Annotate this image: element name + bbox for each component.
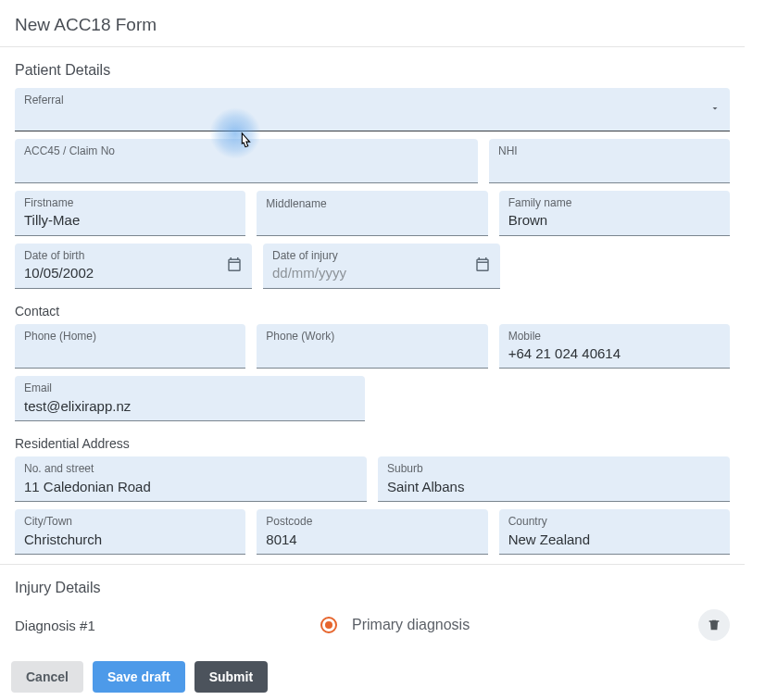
middlename-field[interactable]: Middlename (257, 191, 487, 236)
submit-button[interactable]: Submit (194, 661, 268, 693)
cancel-button[interactable]: Cancel (11, 661, 83, 693)
familyname-value: Brown (508, 211, 721, 230)
doi-placeholder: dd/mm/yyyy (272, 264, 491, 282)
section-contact: Contact (15, 296, 730, 324)
firstname-value: Tilly-Mae (24, 211, 236, 230)
referral-value (24, 108, 721, 125)
doi-label: Date of injury (272, 249, 491, 262)
familyname-field[interactable]: Family name Brown (499, 191, 730, 236)
country-field[interactable]: Country New Zealand (499, 509, 730, 555)
section-injury-details: Injury Details (15, 565, 730, 606)
section-patient-details: Patient Details (15, 47, 730, 88)
suburb-value: Saint Albans (387, 478, 721, 496)
section-residential-address: Residential Address (15, 429, 730, 456)
phone-home-label: Phone (Home) (24, 330, 236, 343)
phone-work-label: Phone (Work) (266, 330, 478, 343)
postcode-label: Postcode (266, 515, 478, 528)
city-value: Christchurch (24, 531, 236, 549)
calendar-icon (474, 256, 491, 275)
footer-actions: Cancel Save draft Submit (0, 654, 745, 700)
country-value: New Zealand (508, 531, 721, 549)
email-value: test@elixirapp.nz (24, 397, 356, 416)
country-label: Country (508, 515, 721, 528)
email-label: Email (24, 381, 356, 394)
firstname-label: Firstname (24, 196, 236, 209)
acc45-label: ACC45 / Claim No (24, 144, 469, 157)
street-field[interactable]: No. and street 11 Caledonian Road (15, 456, 367, 502)
city-label: City/Town (24, 515, 236, 528)
email-field[interactable]: Email test@elixirapp.nz (15, 376, 365, 421)
diagnosis-heading: Diagnosis #1 (15, 618, 311, 633)
suburb-field[interactable]: Suburb Saint Albans (378, 456, 730, 502)
acc45-field[interactable]: ACC45 / Claim No (15, 139, 478, 182)
firstname-field[interactable]: Firstname Tilly-Mae (15, 191, 245, 236)
street-value: 11 Caledonian Road (24, 478, 357, 496)
delete-diagnosis-button[interactable] (698, 609, 730, 641)
postcode-value: 8014 (266, 531, 478, 549)
mobile-value: +64 21 024 40614 (508, 344, 721, 363)
phone-home-value (24, 345, 236, 362)
middlename-label: Middlename (266, 197, 478, 210)
mobile-field[interactable]: Mobile +64 21 024 40614 (499, 324, 730, 369)
save-draft-button[interactable]: Save draft (93, 661, 185, 693)
familyname-label: Family name (508, 196, 721, 209)
dob-value: 10/05/2002 (24, 264, 243, 282)
postcode-field[interactable]: Postcode 8014 (257, 509, 487, 555)
doi-field[interactable]: Date of injury dd/mm/yyyy (263, 244, 500, 289)
dob-label: Date of birth (24, 249, 243, 262)
trash-icon (707, 618, 721, 632)
referral-dropdown[interactable]: Referral (15, 88, 730, 131)
form-scroll-area[interactable]: New ACC18 Form Patient Details Referral … (0, 0, 745, 700)
nhi-label: NHI (498, 144, 721, 157)
primary-diagnosis-radio[interactable] (320, 617, 337, 633)
nhi-value (498, 160, 721, 177)
referral-label: Referral (24, 94, 721, 106)
middlename-value (266, 212, 478, 229)
acc45-value (24, 160, 469, 177)
phone-work-field[interactable]: Phone (Work) (257, 324, 487, 369)
nhi-field[interactable]: NHI (489, 139, 730, 182)
mobile-label: Mobile (508, 330, 721, 343)
calendar-icon (226, 256, 243, 275)
street-label: No. and street (24, 462, 357, 475)
dob-field[interactable]: Date of birth 10/05/2002 (15, 244, 252, 289)
phone-home-field[interactable]: Phone (Home) (15, 324, 245, 369)
primary-diagnosis-label: Primary diagnosis (352, 617, 470, 633)
chevron-down-icon (709, 102, 721, 117)
form-title: New ACC18 Form (15, 0, 730, 46)
phone-work-value (266, 345, 478, 362)
city-field[interactable]: City/Town Christchurch (15, 509, 245, 555)
suburb-label: Suburb (387, 462, 721, 475)
